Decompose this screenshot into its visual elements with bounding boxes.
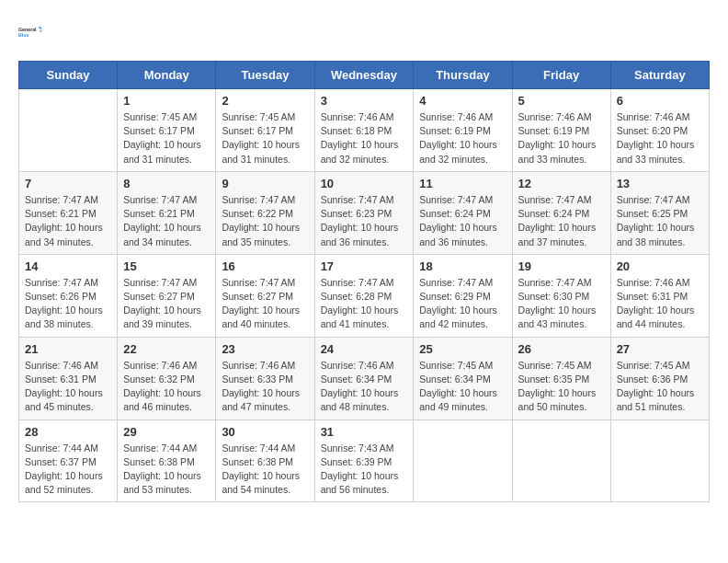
calendar-day-16: 16Sunrise: 7:47 AM Sunset: 6:27 PM Dayli… [216, 254, 314, 337]
calendar-day-15: 15Sunrise: 7:47 AM Sunset: 6:27 PM Dayli… [118, 254, 216, 337]
day-number: 5 [518, 94, 605, 108]
calendar-day-empty [610, 419, 709, 502]
calendar-day-25: 25Sunrise: 7:45 AM Sunset: 6:34 PM Dayli… [414, 337, 512, 419]
day-number: 19 [518, 259, 605, 273]
day-info: Sunrise: 7:47 AM Sunset: 6:28 PM Dayligh… [321, 276, 408, 332]
day-info: Sunrise: 7:46 AM Sunset: 6:31 PM Dayligh… [25, 359, 111, 415]
logo: GeneralBlue [18, 18, 46, 46]
calendar-week-row: 21Sunrise: 7:46 AM Sunset: 6:31 PM Dayli… [19, 337, 710, 419]
day-info: Sunrise: 7:44 AM Sunset: 6:38 PM Dayligh… [123, 442, 210, 498]
svg-marker-3 [40, 30, 43, 33]
day-info: Sunrise: 7:47 AM Sunset: 6:30 PM Dayligh… [518, 276, 605, 332]
day-number: 16 [222, 259, 308, 273]
day-info: Sunrise: 7:47 AM Sunset: 6:26 PM Dayligh… [25, 276, 111, 332]
day-info: Sunrise: 7:46 AM Sunset: 6:19 PM Dayligh… [518, 110, 605, 167]
day-number: 25 [419, 342, 506, 356]
calendar-table: SundayMondayTuesdayWednesdayThursdayFrid… [18, 61, 710, 502]
day-info: Sunrise: 7:47 AM Sunset: 6:22 PM Dayligh… [222, 193, 308, 249]
day-info: Sunrise: 7:46 AM Sunset: 6:20 PM Dayligh… [617, 110, 703, 167]
day-number: 29 [123, 425, 210, 439]
calendar-day-27: 27Sunrise: 7:45 AM Sunset: 6:36 PM Dayli… [610, 337, 709, 419]
calendar-day-2: 2Sunrise: 7:45 AM Sunset: 6:17 PM Daylig… [216, 89, 314, 172]
weekday-header-friday: Friday [512, 62, 610, 89]
calendar-day-8: 8Sunrise: 7:47 AM Sunset: 6:21 PM Daylig… [118, 171, 216, 254]
day-info: Sunrise: 7:46 AM Sunset: 6:34 PM Dayligh… [321, 359, 408, 415]
calendar-day-14: 14Sunrise: 7:47 AM Sunset: 6:26 PM Dayli… [19, 254, 118, 337]
svg-text:General: General [18, 27, 37, 32]
day-number: 11 [419, 177, 506, 190]
day-info: Sunrise: 7:46 AM Sunset: 6:33 PM Dayligh… [222, 359, 308, 415]
calendar-week-row: 14Sunrise: 7:47 AM Sunset: 6:26 PM Dayli… [19, 254, 710, 337]
day-number: 13 [617, 177, 703, 190]
calendar-week-row: 28Sunrise: 7:44 AM Sunset: 6:37 PM Dayli… [19, 419, 710, 502]
calendar-week-row: 7Sunrise: 7:47 AM Sunset: 6:21 PM Daylig… [19, 171, 710, 254]
day-number: 24 [321, 342, 408, 356]
weekday-header-thursday: Thursday [414, 62, 512, 89]
day-info: Sunrise: 7:44 AM Sunset: 6:37 PM Dayligh… [25, 442, 111, 498]
calendar-day-11: 11Sunrise: 7:47 AM Sunset: 6:24 PM Dayli… [414, 171, 512, 254]
day-info: Sunrise: 7:45 AM Sunset: 6:34 PM Dayligh… [419, 359, 506, 415]
day-number: 2 [222, 94, 308, 108]
day-number: 26 [518, 342, 605, 356]
weekday-header-row: SundayMondayTuesdayWednesdayThursdayFrid… [19, 62, 710, 89]
day-info: Sunrise: 7:44 AM Sunset: 6:38 PM Dayligh… [222, 442, 308, 498]
calendar-day-7: 7Sunrise: 7:47 AM Sunset: 6:21 PM Daylig… [19, 171, 118, 254]
calendar-day-12: 12Sunrise: 7:47 AM Sunset: 6:24 PM Dayli… [512, 171, 610, 254]
calendar-day-20: 20Sunrise: 7:46 AM Sunset: 6:31 PM Dayli… [610, 254, 709, 337]
day-info: Sunrise: 7:47 AM Sunset: 6:23 PM Dayligh… [321, 193, 408, 249]
calendar-day-18: 18Sunrise: 7:47 AM Sunset: 6:29 PM Dayli… [414, 254, 512, 337]
logo-icon: GeneralBlue [18, 18, 46, 46]
calendar-day-empty [414, 419, 512, 502]
weekday-header-tuesday: Tuesday [216, 62, 314, 89]
day-info: Sunrise: 7:47 AM Sunset: 6:21 PM Dayligh… [25, 193, 111, 249]
page-header: GeneralBlue [18, 18, 710, 46]
day-info: Sunrise: 7:45 AM Sunset: 6:35 PM Dayligh… [518, 359, 605, 415]
day-number: 31 [321, 425, 408, 439]
day-number: 21 [25, 342, 111, 356]
day-number: 15 [123, 259, 210, 273]
calendar-day-3: 3Sunrise: 7:46 AM Sunset: 6:18 PM Daylig… [314, 89, 414, 172]
day-info: Sunrise: 7:46 AM Sunset: 6:19 PM Dayligh… [419, 110, 506, 167]
calendar-day-empty [19, 89, 118, 172]
calendar-day-1: 1Sunrise: 7:45 AM Sunset: 6:17 PM Daylig… [118, 89, 216, 172]
day-number: 30 [222, 425, 308, 439]
day-number: 22 [123, 342, 210, 356]
day-info: Sunrise: 7:46 AM Sunset: 6:31 PM Dayligh… [617, 276, 703, 332]
day-info: Sunrise: 7:47 AM Sunset: 6:29 PM Dayligh… [419, 276, 506, 332]
day-number: 18 [419, 259, 506, 273]
day-info: Sunrise: 7:45 AM Sunset: 6:36 PM Dayligh… [617, 359, 703, 415]
calendar-day-24: 24Sunrise: 7:46 AM Sunset: 6:34 PM Dayli… [314, 337, 414, 419]
day-number: 17 [321, 259, 408, 273]
day-info: Sunrise: 7:45 AM Sunset: 6:17 PM Dayligh… [222, 110, 308, 167]
weekday-header-sunday: Sunday [19, 62, 118, 89]
calendar-day-22: 22Sunrise: 7:46 AM Sunset: 6:32 PM Dayli… [118, 337, 216, 419]
day-number: 3 [321, 94, 408, 108]
day-number: 9 [222, 177, 308, 190]
weekday-header-wednesday: Wednesday [314, 62, 414, 89]
svg-marker-2 [40, 26, 43, 29]
day-number: 23 [222, 342, 308, 356]
calendar-day-30: 30Sunrise: 7:44 AM Sunset: 6:38 PM Dayli… [216, 419, 314, 502]
calendar-day-4: 4Sunrise: 7:46 AM Sunset: 6:19 PM Daylig… [414, 89, 512, 172]
day-number: 20 [617, 259, 703, 273]
day-info: Sunrise: 7:47 AM Sunset: 6:24 PM Dayligh… [518, 193, 605, 249]
day-info: Sunrise: 7:46 AM Sunset: 6:18 PM Dayligh… [321, 110, 408, 167]
calendar-week-row: 1Sunrise: 7:45 AM Sunset: 6:17 PM Daylig… [19, 89, 710, 172]
calendar-day-17: 17Sunrise: 7:47 AM Sunset: 6:28 PM Dayli… [314, 254, 414, 337]
day-number: 8 [123, 177, 210, 190]
day-number: 7 [25, 177, 111, 190]
calendar-day-29: 29Sunrise: 7:44 AM Sunset: 6:38 PM Dayli… [118, 419, 216, 502]
calendar-day-9: 9Sunrise: 7:47 AM Sunset: 6:22 PM Daylig… [216, 171, 314, 254]
calendar-day-empty [512, 419, 610, 502]
calendar-day-10: 10Sunrise: 7:47 AM Sunset: 6:23 PM Dayli… [314, 171, 414, 254]
day-number: 27 [617, 342, 703, 356]
day-info: Sunrise: 7:47 AM Sunset: 6:27 PM Dayligh… [222, 276, 308, 332]
day-number: 4 [419, 94, 506, 108]
day-number: 6 [617, 94, 703, 108]
day-info: Sunrise: 7:47 AM Sunset: 6:27 PM Dayligh… [123, 276, 210, 332]
day-number: 12 [518, 177, 605, 190]
day-number: 14 [25, 259, 111, 273]
day-info: Sunrise: 7:47 AM Sunset: 6:21 PM Dayligh… [123, 193, 210, 249]
day-number: 28 [25, 425, 111, 439]
day-info: Sunrise: 7:46 AM Sunset: 6:32 PM Dayligh… [123, 359, 210, 415]
